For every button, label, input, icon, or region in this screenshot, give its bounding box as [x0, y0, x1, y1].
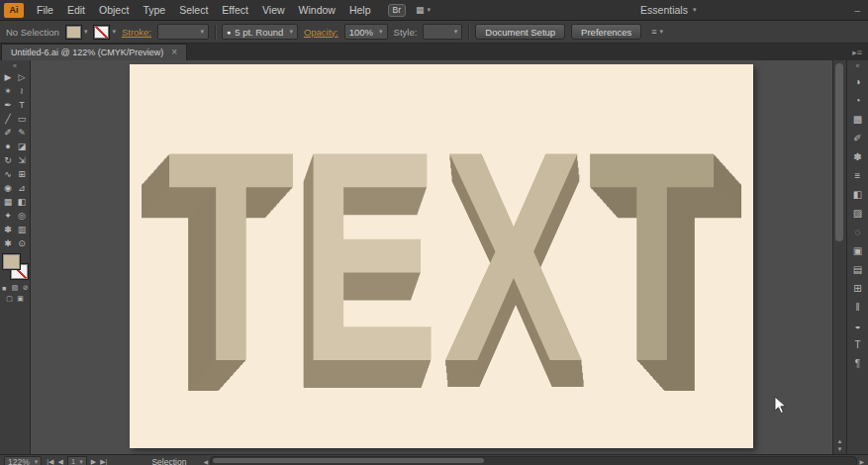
letter-e[interactable]: E: [299, 140, 438, 373]
symbol-sprayer-tool[interactable]: ✽: [1, 223, 15, 236]
transparency-panel-icon[interactable]: ▨: [847, 204, 868, 223]
color-mode-icon[interactable]: ■: [0, 284, 8, 292]
rectangle-tool[interactable]: ▭: [15, 112, 29, 126]
align-options-button[interactable]: ≡ ▾: [651, 27, 663, 37]
menu-view[interactable]: View: [255, 0, 292, 20]
zoom-level-dropdown[interactable]: 122% ▾: [4, 456, 42, 465]
none-mode-icon[interactable]: ⊘: [22, 284, 30, 292]
mesh-tool[interactable]: ▦: [1, 195, 15, 209]
free-transform-tool[interactable]: ⊞: [15, 167, 29, 181]
eyedropper-tool[interactable]: ✦: [1, 209, 15, 223]
bridge-button[interactable]: Br: [388, 4, 407, 17]
align-panel-icon[interactable]: ‖: [847, 298, 868, 317]
character-panel-icon[interactable]: T: [847, 335, 868, 354]
vertical-scrollbar-thumb[interactable]: [835, 63, 843, 241]
perspective-grid-tool[interactable]: ⊿: [15, 181, 29, 195]
horizontal-scrollbar-track[interactable]: [210, 456, 857, 465]
opacity-link[interactable]: Opacity:: [304, 27, 338, 38]
last-artboard-icon[interactable]: ▶|: [100, 458, 107, 465]
text-artwork[interactable]: T E X T: [224, 64, 660, 448]
width-tool[interactable]: ∿: [1, 167, 15, 181]
column-graph-tool[interactable]: ▥: [15, 223, 29, 236]
document-setup-button[interactable]: Document Setup: [475, 24, 565, 40]
opacity-dropdown[interactable]: 100% ▾: [344, 24, 388, 40]
color-guide-panel-icon[interactable]: ◔: [847, 91, 868, 110]
horizontal-scrollbar-thumb[interactable]: [213, 458, 484, 463]
letter-x[interactable]: X: [443, 140, 583, 373]
shape-builder-tool[interactable]: ◉: [1, 181, 15, 195]
gradient-panel-icon[interactable]: ◧: [847, 185, 868, 204]
minimize-button[interactable]: –: [854, 5, 860, 16]
direct-selection-tool[interactable]: ▷: [15, 70, 29, 84]
selection-tool[interactable]: ▶: [1, 70, 15, 84]
blob-brush-tool[interactable]: ●: [1, 140, 15, 153]
draw-normal-icon[interactable]: ▢: [6, 295, 14, 303]
next-artboard-icon[interactable]: ▶: [91, 458, 96, 465]
symbols-panel-icon[interactable]: ✽: [847, 147, 868, 166]
letter-t1[interactable]: T: [167, 140, 296, 373]
eraser-tool[interactable]: ◪: [15, 140, 29, 153]
letter-t2[interactable]: T: [588, 140, 717, 373]
app-logo-icon[interactable]: Ai: [4, 3, 24, 18]
document-tab[interactable]: Untitled-6.ai @ 122% (CMYK/Preview) ×: [1, 44, 187, 60]
scroll-up-icon[interactable]: ▲: [837, 438, 843, 444]
canvas-area[interactable]: T E X T ▲ ▼: [31, 60, 846, 454]
blend-tool[interactable]: ◎: [15, 209, 29, 223]
artboard-number-dropdown[interactable]: 1 ▾: [67, 456, 87, 465]
scale-tool[interactable]: ⇲: [15, 153, 29, 167]
graphic-styles-panel-icon[interactable]: ▣: [847, 241, 868, 260]
menu-window[interactable]: Window: [292, 0, 342, 20]
hand-tool[interactable]: ✱: [1, 236, 15, 250]
fill-color-swatch[interactable]: ▾: [65, 25, 88, 40]
scroll-right-icon[interactable]: ▶: [859, 458, 864, 465]
type-tool[interactable]: T: [15, 98, 29, 112]
line-segment-tool[interactable]: ╱: [1, 112, 15, 126]
fill-color-box[interactable]: [3, 254, 20, 269]
paragraph-panel-icon[interactable]: ¶: [847, 354, 868, 373]
pen-tool[interactable]: ✒: [1, 98, 15, 112]
toolbar-collapse-icon[interactable]: «: [13, 61, 17, 70]
dock-expand-icon[interactable]: «: [856, 62, 860, 72]
layers-panel-icon[interactable]: ▤: [847, 260, 868, 279]
magic-wand-tool[interactable]: ✶: [1, 84, 15, 98]
stroke-color-swatch[interactable]: ▾: [93, 25, 116, 40]
pathfinder-panel-icon[interactable]: ◒: [847, 317, 868, 335]
tab-close-icon[interactable]: ×: [171, 47, 177, 57]
paintbrush-tool[interactable]: ✐: [1, 126, 15, 140]
horizontal-scrollbar[interactable]: ◀ ▶: [203, 456, 864, 465]
brush-definition-dropdown[interactable]: ● 5 pt. Round ▾: [222, 24, 298, 40]
prev-artboard-icon[interactable]: ◀: [57, 458, 62, 465]
brushes-panel-icon[interactable]: ✐: [847, 129, 868, 147]
gradient-mode-icon[interactable]: ▧: [11, 284, 19, 292]
menu-select[interactable]: Select: [172, 0, 215, 20]
lasso-tool[interactable]: ≀: [15, 84, 29, 98]
scroll-down-icon[interactable]: ▼: [837, 446, 843, 452]
stroke-weight-dropdown[interactable]: ▾: [157, 24, 209, 40]
stroke-link[interactable]: Stroke:: [122, 27, 151, 38]
menu-type[interactable]: Type: [136, 0, 172, 20]
fill-stroke-widget[interactable]: [2, 253, 29, 280]
swatches-panel-icon[interactable]: ▩: [847, 110, 868, 129]
first-artboard-icon[interactable]: |◀: [47, 458, 53, 465]
pencil-tool[interactable]: ✎: [15, 126, 29, 140]
menu-file[interactable]: File: [30, 0, 60, 20]
style-dropdown[interactable]: ▾: [423, 24, 462, 40]
appearance-panel-icon[interactable]: ◌: [847, 223, 868, 241]
zoom-tool[interactable]: ⊙: [15, 236, 29, 250]
stroke-panel-icon[interactable]: ≡: [847, 166, 868, 185]
scroll-left-icon[interactable]: ◀: [203, 458, 208, 465]
workspace-selector[interactable]: Essentials ▾: [640, 4, 696, 16]
color-panel-icon[interactable]: ◑: [847, 72, 868, 91]
workspace-switcher-icon[interactable]: ▦ ▾: [416, 5, 431, 15]
vertical-scrollbar[interactable]: ▲ ▼: [832, 60, 846, 454]
screen-mode-icon[interactable]: ▣: [17, 295, 25, 303]
artboard[interactable]: T E X T: [130, 64, 753, 448]
menu-object[interactable]: Object: [92, 0, 136, 20]
menu-help[interactable]: Help: [342, 0, 378, 20]
artboards-panel-icon[interactable]: ⊞: [847, 279, 868, 298]
rotate-tool[interactable]: ↻: [1, 153, 15, 167]
menu-edit[interactable]: Edit: [60, 0, 92, 20]
menu-effect[interactable]: Effect: [215, 0, 255, 20]
preferences-button[interactable]: Preferences: [571, 24, 641, 40]
tabbar-options-icon[interactable]: ▸≡: [852, 47, 862, 57]
